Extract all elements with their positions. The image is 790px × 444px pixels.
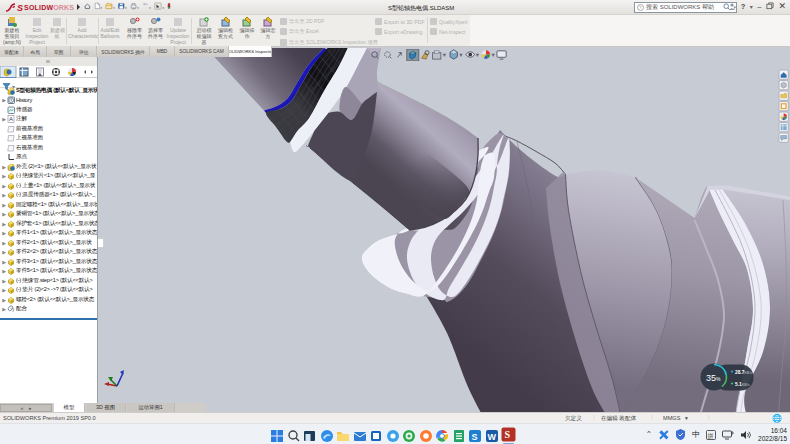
svg-text:▾: ▾	[101, 5, 103, 9]
svg-text:28.7KB/s: 28.7KB/s	[735, 370, 752, 375]
svg-text:▾: ▾	[476, 51, 480, 58]
svg-text:▾: ▾	[459, 51, 463, 58]
svg-text:▾: ▾	[137, 5, 139, 9]
svg-text:拼: 拼	[708, 432, 714, 438]
svg-text:▾: ▾	[113, 5, 115, 9]
svg-text:▾: ▾	[149, 5, 151, 9]
svg-text:▾: ▾	[162, 5, 164, 9]
svg-text:▾: ▾	[125, 5, 127, 9]
svg-text:5.1KB/s: 5.1KB/s	[735, 382, 750, 387]
svg-text:▾: ▾	[443, 51, 447, 58]
svg-text:W: W	[487, 431, 496, 441]
svg-text:S: S	[471, 431, 477, 441]
svg-text:S: S	[504, 429, 510, 440]
svg-text:?: ?	[639, 5, 642, 10]
svg-text:▾: ▾	[491, 51, 495, 58]
